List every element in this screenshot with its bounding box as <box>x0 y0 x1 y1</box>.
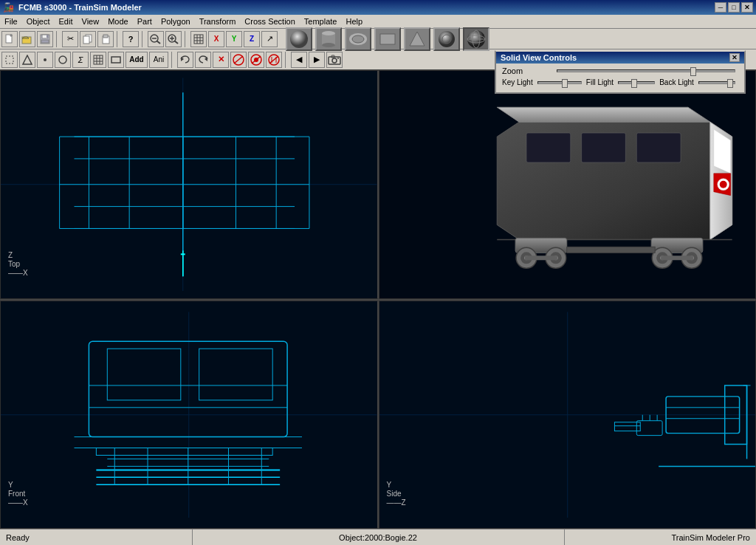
tb2-undo[interactable] <box>177 52 193 68</box>
svg-point-28 <box>352 35 364 43</box>
svp-fill-light-label: Fill Light <box>586 78 614 86</box>
svg-rect-112 <box>107 349 181 400</box>
svp-fill-light-slider[interactable] <box>618 81 655 84</box>
top-view-svg <box>1 71 377 298</box>
svg-rect-108 <box>566 247 654 253</box>
tb2-play-back[interactable]: ◀ <box>291 52 307 68</box>
minimize-button[interactable]: ─ <box>715 2 726 13</box>
svg-rect-107 <box>661 256 693 260</box>
viewport-bottom-right[interactable]: Y Side ——Z <box>379 301 757 529</box>
viewport-top-left[interactable]: Z Top ——X <box>0 70 379 299</box>
tb2-rect[interactable] <box>108 52 124 68</box>
tb-copy[interactable] <box>80 31 96 47</box>
menu-mode[interactable]: Mode <box>103 16 133 27</box>
status-bar: Ready Object:2000:Bogie.22 TrainSim Mode… <box>0 529 756 545</box>
tb2-play-fwd[interactable]: ▶ <box>309 52 325 68</box>
shape-pyramid[interactable] <box>404 27 430 51</box>
solid-view-title-text: Solid View Controls <box>501 53 577 62</box>
tb2-no-render[interactable] <box>230 52 247 68</box>
svp-zoom-label: Zoom <box>502 66 554 75</box>
tb-axis-x[interactable]: X <box>208 31 224 47</box>
shape-sphere[interactable] <box>286 27 312 51</box>
svp-back-light-slider[interactable] <box>698 81 735 84</box>
tb2-no-grid[interactable] <box>266 52 282 68</box>
status-app: TrainSim Modeler Pro <box>565 529 757 545</box>
svp-key-light-slider[interactable] <box>537 81 582 84</box>
tb-help[interactable]: ? <box>123 31 139 47</box>
svg-rect-99 <box>525 256 557 260</box>
tb-open[interactable] <box>19 31 35 47</box>
solid-view-close-button[interactable]: ✕ <box>729 53 740 62</box>
tb-cut[interactable]: ✂ <box>62 31 78 47</box>
shape-sphere2[interactable] <box>433 27 460 51</box>
shape-cylinder-side[interactable] <box>315 27 342 51</box>
tb-axis-z[interactable]: Z <box>244 31 260 47</box>
close-button[interactable]: ✕ <box>741 2 753 13</box>
svg-line-12 <box>157 41 161 44</box>
solid-view-controls-content: Zoom Key Light Fill Light Back Light <box>496 64 744 92</box>
tb2-camera[interactable] <box>326 52 343 68</box>
menu-edit[interactable]: Edit <box>55 16 78 27</box>
tb-save[interactable] <box>37 31 53 47</box>
menu-object[interactable]: Object <box>22 16 55 27</box>
tb-grid[interactable] <box>190 31 207 47</box>
svg-point-87 <box>719 181 726 188</box>
tb2-no-snap[interactable] <box>248 52 264 68</box>
menu-polygon[interactable]: Polygon <box>157 16 195 27</box>
menu-file[interactable]: File <box>0 16 22 27</box>
tb-zoom-out[interactable] <box>148 31 164 47</box>
tb2-dot[interactable] <box>37 52 53 68</box>
tb2-sigma[interactable]: Σ <box>72 52 89 68</box>
tb-paste[interactable] <box>97 31 114 47</box>
viewport-bottom-left[interactable]: Y Front ——X <box>0 301 379 529</box>
tb-arrow[interactable]: ↗ <box>261 31 278 47</box>
svp-zoom-slider[interactable] <box>557 69 735 72</box>
menu-transform[interactable]: Transform <box>195 16 241 27</box>
svp-back-light-label: Back Light <box>659 78 694 86</box>
tb2-ani[interactable]: Ani <box>149 52 168 68</box>
tb2-delete[interactable]: ✕ <box>213 52 229 68</box>
svg-rect-118 <box>96 448 272 455</box>
svp-lights-row: Key Light Fill Light Back Light <box>502 78 738 86</box>
tb2-select[interactable] <box>1 52 18 68</box>
tb2-add[interactable]: Add <box>126 52 148 68</box>
solid-view-controls-panel: Solid View Controls ✕ Zoom Key Light Fil… <box>495 50 746 94</box>
tb2-redo[interactable] <box>195 52 211 68</box>
menu-part[interactable]: Part <box>133 16 157 27</box>
svg-rect-5 <box>47 35 48 38</box>
svg-rect-41 <box>94 55 103 64</box>
main-content: Z Top ——X <box>0 70 756 529</box>
svg-rect-113 <box>199 349 273 400</box>
front-view-axis: Y Front ——X <box>8 481 28 507</box>
svg-marker-82 <box>497 107 710 122</box>
svg-line-55 <box>269 56 278 64</box>
title-bar-buttons: ─ □ ✕ <box>715 2 753 13</box>
svg-point-25 <box>322 31 335 35</box>
svg-rect-6 <box>41 40 49 43</box>
tb-new[interactable] <box>1 31 18 47</box>
viewport-top-right[interactable] <box>379 70 757 299</box>
svg-marker-38 <box>23 55 32 64</box>
solid-view-controls-title: Solid View Controls ✕ <box>496 52 744 64</box>
tb-zoom-in[interactable] <box>165 31 182 47</box>
svg-rect-22 <box>194 35 203 44</box>
tb2-circle[interactable] <box>55 52 71 68</box>
svg-rect-89 <box>581 133 625 162</box>
status-app-text: TrainSim Modeler Pro <box>671 533 750 542</box>
shape-selected[interactable] <box>463 27 489 51</box>
menu-view[interactable]: View <box>78 16 104 27</box>
shape-box-side[interactable] <box>374 27 401 51</box>
tb-axis-y[interactable]: Y <box>226 31 242 47</box>
top-view-axis: Z Top ——X <box>8 251 28 278</box>
svg-point-31 <box>439 31 455 47</box>
title-bar-icon: 🚂 <box>3 2 14 13</box>
shape-cylinder-top[interactable] <box>345 27 371 51</box>
sep4 <box>185 31 188 47</box>
shape-selector <box>285 27 490 52</box>
maximize-button[interactable]: □ <box>728 2 740 13</box>
svg-point-23 <box>290 30 308 48</box>
tb2-grid2[interactable] <box>90 52 106 68</box>
viewport-bottom-row: Y Front ——X <box>0 301 756 529</box>
status-object-text: Object:2000:Bogie.22 <box>339 533 417 542</box>
tb2-triangle[interactable] <box>19 52 35 68</box>
